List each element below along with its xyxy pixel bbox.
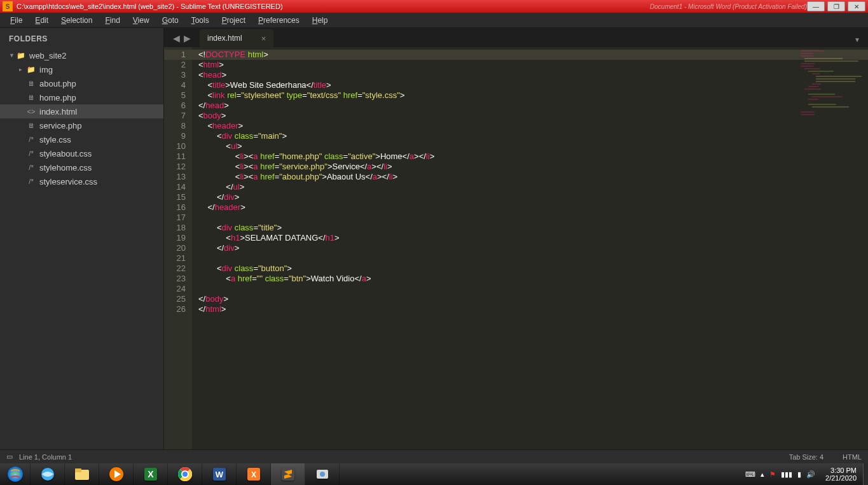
file-styleservice-css[interactable]: /*styleservice.css [0, 174, 163, 188]
code-line[interactable]: </div> [192, 243, 868, 253]
menu-goto[interactable]: Goto [156, 14, 185, 27]
taskbar-clock[interactable]: 3:30 PM 2/21/2020 [819, 467, 863, 482]
line-number: 21 [164, 253, 192, 264]
file-service-php[interactable]: 🗎service.php [0, 118, 163, 132]
start-button[interactable] [0, 463, 31, 485]
taskbar-sublime[interactable] [271, 463, 305, 485]
code-line[interactable]: <div class="main"> [192, 131, 868, 141]
tab-index-html[interactable]: index.html × [200, 29, 273, 47]
code-line[interactable] [192, 284, 868, 294]
svg-text:X: X [148, 469, 154, 479]
menu-view[interactable]: View [127, 14, 156, 27]
tab-overflow-icon[interactable]: ▼ [846, 36, 868, 47]
tray-flag-icon[interactable]: ⚑ [769, 470, 776, 479]
tab-next-icon[interactable]: ▶ [184, 33, 191, 43]
code-content[interactable]: <!DOCTYPE html><html><head> <title>Web S… [192, 47, 868, 449]
taskbar-ie[interactable] [31, 463, 65, 485]
code-line[interactable]: <a href="" class="btn">Watch Vidio</a> [192, 274, 868, 284]
taskbar-explorer[interactable] [65, 463, 99, 485]
code-line[interactable]: <h1>SELAMAT DATANG</h1> [192, 233, 868, 243]
code-line[interactable]: </div> [192, 192, 868, 202]
windows-taskbar: X W X ⌨ ▴ ⚑ ▮▮▮ ▮ 🔊 3:30 PM 2/21/2020 [0, 463, 868, 485]
code-line[interactable]: </head> [192, 101, 868, 111]
file-styleabout-css[interactable]: /*styleabout.css [0, 146, 163, 160]
tray-volume-icon[interactable]: 🔊 [806, 470, 815, 479]
code-line[interactable]: </html> [192, 304, 868, 314]
line-number: 24 [164, 284, 192, 294]
tray-battery-icon[interactable]: ▮ [797, 470, 801, 479]
folder-img[interactable]: ▸📁img [0, 62, 163, 76]
show-desktop-button[interactable] [863, 463, 868, 485]
editor-pane: ◀ ▶ index.html × ▼ 123456789101112131415… [164, 28, 868, 449]
menu-edit[interactable]: Edit [29, 14, 55, 27]
code-line[interactable]: <li><a href="about.php">Abaout Us</a></l… [192, 172, 868, 182]
line-number: 5 [164, 90, 192, 101]
code-line[interactable]: <title>Web Site Sederhana</title> [192, 80, 868, 90]
file-style-css[interactable]: /*style.css [0, 132, 163, 146]
taskbar-wmplayer[interactable] [99, 463, 134, 485]
tray-network-icon[interactable]: ▮▮▮ [781, 470, 792, 479]
code-line[interactable]: <li><a href="home.php" class="active">Ho… [192, 151, 868, 162]
taskbar-chrome[interactable] [168, 463, 202, 485]
line-number: 3 [164, 70, 192, 80]
line-number: 16 [164, 202, 192, 213]
panel-switcher-icon[interactable]: ▭ [6, 453, 13, 461]
background-window-title: Document1 - Microsoft Word (Product Acti… [650, 3, 807, 10]
code-line[interactable]: <!DOCTYPE html> [192, 50, 868, 60]
taskbar-word[interactable]: W [202, 463, 237, 485]
menu-tools[interactable]: Tools [185, 14, 216, 27]
menu-project[interactable]: Project [216, 14, 252, 27]
code-line[interactable]: <div class="button"> [192, 264, 868, 274]
menu-help[interactable]: Help [306, 14, 334, 27]
svg-text:W: W [215, 470, 223, 479]
line-number: 20 [164, 243, 192, 253]
code-line[interactable]: <body> [192, 111, 868, 121]
taskbar-apps: X W X [0, 463, 340, 485]
line-number: 14 [164, 182, 192, 192]
menu-selection[interactable]: Selection [55, 14, 99, 27]
tab-prev-icon[interactable]: ◀ [173, 33, 180, 43]
code-line[interactable]: <head> [192, 70, 868, 80]
menu-preferences[interactable]: Preferences [252, 14, 306, 27]
code-line[interactable]: <link rel="stylesheet" type="text/css" h… [192, 90, 868, 101]
menu-find[interactable]: Find [99, 14, 126, 27]
taskbar-excel[interactable]: X [134, 463, 168, 485]
line-gutter: 1234567891011121314151617181920212223242… [164, 47, 192, 449]
minimap[interactable] [798, 48, 868, 125]
code-line[interactable]: </header> [192, 202, 868, 213]
tray-up-icon[interactable]: ▴ [761, 470, 764, 479]
folder-web_site2[interactable]: ▼📁web_site2 [0, 48, 163, 62]
menu-file[interactable]: File [4, 14, 29, 27]
code-editor[interactable]: 1234567891011121314151617181920212223242… [164, 47, 868, 449]
close-button[interactable]: ✕ [848, 1, 865, 11]
line-number: 18 [164, 223, 192, 233]
tab-close-icon[interactable]: × [261, 34, 266, 43]
tray-keyboard-icon[interactable]: ⌨ [745, 470, 755, 479]
code-line[interactable]: <ul> [192, 141, 868, 151]
file-home-php[interactable]: 🗎home.php [0, 90, 163, 104]
file-stylehome-css[interactable]: /*stylehome.css [0, 160, 163, 174]
sidebar: FOLDERS ▼📁web_site2▸📁img🗎about.php🗎home.… [0, 28, 164, 449]
code-line[interactable]: <div class="title"> [192, 223, 868, 233]
line-number: 19 [164, 233, 192, 243]
file-about-php[interactable]: 🗎about.php [0, 76, 163, 90]
code-line[interactable]: </body> [192, 294, 868, 304]
line-number: 26 [164, 304, 192, 314]
maximize-button[interactable]: ❐ [827, 1, 845, 11]
line-number: 8 [164, 121, 192, 131]
code-line[interactable]: <html> [192, 60, 868, 70]
taskbar-xampp[interactable]: X [237, 463, 271, 485]
code-line[interactable]: <li><a href="service.php">Service</a></l… [192, 162, 868, 172]
line-number: 22 [164, 264, 192, 274]
minimize-button[interactable]: — [807, 1, 825, 11]
taskbar-snipping[interactable] [305, 463, 340, 485]
line-number: 23 [164, 274, 192, 284]
status-tabsize[interactable]: Tab Size: 4 [789, 453, 823, 461]
code-line[interactable] [192, 253, 868, 264]
status-syntax[interactable]: HTML [843, 453, 862, 461]
code-line[interactable]: <header> [192, 121, 868, 131]
line-number: 4 [164, 80, 192, 90]
file-index-html[interactable]: <>index.html [0, 104, 163, 118]
code-line[interactable] [192, 213, 868, 223]
code-line[interactable]: </ul> [192, 182, 868, 192]
